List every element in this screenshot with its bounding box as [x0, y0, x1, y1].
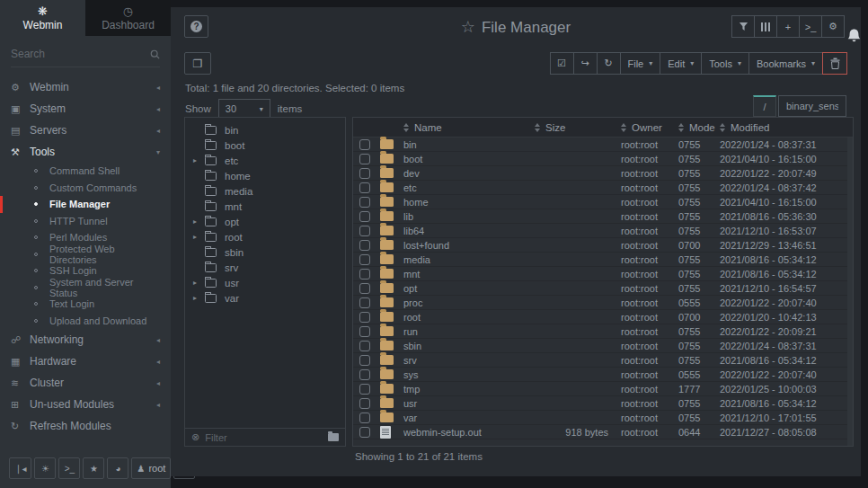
- column-header-mode[interactable]: Mode: [678, 122, 720, 133]
- night-mode-button[interactable]: ☀: [34, 457, 56, 479]
- row-checkbox[interactable]: [359, 269, 370, 279]
- cell-name[interactable]: usr: [403, 398, 531, 409]
- table-row-lib64[interactable]: lib64root:root07552021/12/10 - 16:53:07: [353, 224, 853, 238]
- terminal-button[interactable]: >_: [799, 15, 822, 38]
- row-checkbox[interactable]: [359, 326, 370, 337]
- table-row-run[interactable]: runroot:root07552022/01/22 - 20:09:21: [353, 324, 853, 339]
- table-row-home[interactable]: homeroot:root07552021/04/10 - 16:15:00: [353, 195, 853, 209]
- tab-webmin[interactable]: ❋ Webmin: [0, 0, 85, 36]
- cell-name[interactable]: mnt: [403, 269, 531, 279]
- menu-file-button[interactable]: File▾: [620, 52, 661, 75]
- table-row-mnt[interactable]: mntroot:root07552021/08/16 - 05:34:12: [353, 267, 853, 281]
- table-row-var[interactable]: varroot:root07552021/12/10 - 17:01:55: [353, 411, 853, 425]
- row-checkbox[interactable]: [359, 254, 370, 265]
- cell-name[interactable]: root: [403, 312, 531, 323]
- folder-select-icon[interactable]: [328, 433, 339, 441]
- table-row-bin[interactable]: binroot:root07552022/01/24 - 08:37:31: [353, 138, 853, 152]
- table-row-sys[interactable]: sysroot:root05552022/01/22 - 20:07:40: [353, 368, 853, 382]
- row-checkbox[interactable]: [359, 226, 370, 236]
- table-row-etc[interactable]: etcroot:root07552022/01/24 - 08:37:42: [353, 181, 853, 195]
- table-row-lib[interactable]: libroot:root07552021/08/16 - 05:36:30: [353, 209, 853, 224]
- trash-button[interactable]: [822, 52, 847, 75]
- favorites-button[interactable]: ★: [83, 457, 104, 479]
- table-row-dev[interactable]: devroot:root07552022/01/22 - 20:07:49: [353, 166, 853, 181]
- tree-item-media[interactable]: media: [185, 183, 345, 199]
- add-button[interactable]: +: [776, 15, 800, 38]
- filter-button[interactable]: [731, 15, 755, 38]
- tree-item-home[interactable]: home: [185, 168, 345, 183]
- row-checkbox[interactable]: [359, 297, 370, 308]
- table-row-webmin-setup-out[interactable]: webmin-setup.out918 bytesroot:root064420…: [353, 425, 853, 439]
- cell-name[interactable]: proc: [403, 297, 531, 308]
- column-header-modified[interactable]: Modified: [720, 122, 853, 133]
- cell-name[interactable]: etc: [403, 182, 531, 193]
- cell-name[interactable]: lib: [403, 211, 531, 222]
- select-view-button[interactable]: ❐: [184, 52, 211, 75]
- table-row-lost-found[interactable]: lost+foundroot:root07002021/12/29 - 13:4…: [353, 238, 853, 253]
- expander-icon[interactable]: ▸: [193, 279, 205, 287]
- row-checkbox[interactable]: [359, 240, 370, 251]
- tree-item-usr[interactable]: ▸usr: [185, 275, 345, 290]
- sidebar-subitem-custom-commands[interactable]: Custom Commands: [0, 180, 171, 197]
- cell-name[interactable]: sys: [403, 369, 531, 380]
- sidebar-subitem-command-shell[interactable]: Command Shell: [0, 163, 171, 180]
- expander-icon[interactable]: ▸: [193, 156, 205, 164]
- sidebar-item-networking[interactable]: ☍Networking◂: [0, 329, 171, 350]
- sidebar-subitem-upload-and-download[interactable]: Upload and Download: [0, 313, 171, 330]
- row-checkbox[interactable]: [359, 427, 370, 438]
- cell-name[interactable]: run: [403, 326, 531, 337]
- menu-tools-button[interactable]: Tools▾: [701, 52, 749, 75]
- row-checkbox[interactable]: [359, 413, 370, 423]
- tree-item-root[interactable]: ▸root: [185, 229, 345, 244]
- sidebar-item-tools[interactable]: ⚒Tools▾: [0, 141, 171, 163]
- sidebar-item-servers[interactable]: ▤Servers◂: [0, 120, 171, 141]
- row-checkbox[interactable]: [359, 384, 370, 395]
- table-scrollbar[interactable]: [847, 138, 853, 446]
- cell-name[interactable]: home: [403, 197, 531, 208]
- sidebar-subitem-file-manager[interactable]: File Manager: [0, 196, 171, 213]
- sidebar-subitem-text-login[interactable]: Text Login: [0, 296, 171, 313]
- table-row-media[interactable]: mediaroot:root07552021/08/16 - 05:34:12: [353, 253, 853, 267]
- collapse-sidebar-button[interactable]: ❘◂: [9, 457, 31, 479]
- cell-name[interactable]: lost+found: [403, 240, 531, 251]
- cell-name[interactable]: opt: [403, 283, 531, 294]
- tree-item-sbin[interactable]: sbin: [185, 244, 345, 260]
- cell-name[interactable]: media: [403, 254, 531, 265]
- sidebar-subitem-protected-web-directories[interactable]: Protected Web Directories: [0, 246, 171, 263]
- shell-button[interactable]: >_: [58, 457, 80, 479]
- search-input[interactable]: [11, 48, 150, 60]
- columns-button[interactable]: [754, 15, 777, 38]
- row-checkbox[interactable]: [359, 154, 370, 164]
- favorite-star-icon[interactable]: ☆: [461, 18, 475, 36]
- table-row-root[interactable]: rootroot:root07002022/01/20 - 10:42:13: [353, 310, 853, 324]
- row-checkbox[interactable]: [359, 211, 370, 222]
- table-row-tmp[interactable]: tmproot:root17772022/01/25 - 10:00:03: [353, 382, 853, 396]
- expander-icon[interactable]: ▸: [193, 217, 205, 226]
- sidebar-subitem-http-tunnel[interactable]: HTTP Tunnel: [0, 213, 171, 230]
- tree-item-etc[interactable]: ▸etc: [185, 153, 345, 168]
- menu-edit-button[interactable]: Edit▾: [660, 52, 702, 75]
- share-button[interactable]: ↪: [573, 52, 598, 75]
- table-row-boot[interactable]: bootroot:root07552021/04/10 - 16:15:00: [353, 152, 853, 166]
- tree-filter-input[interactable]: [205, 432, 323, 443]
- row-checkbox[interactable]: [359, 355, 370, 366]
- row-checkbox[interactable]: [359, 341, 370, 351]
- tree-item-mnt[interactable]: mnt: [185, 199, 345, 214]
- tree-item-bin[interactable]: bin: [185, 122, 345, 138]
- table-row-usr[interactable]: usrroot:root07552021/08/16 - 05:34:12: [353, 396, 853, 411]
- table-row-sbin[interactable]: sbinroot:root07552022/01/24 - 08:37:31: [353, 339, 853, 353]
- show-count-select[interactable]: 30 ▾: [218, 99, 270, 119]
- table-row-srv[interactable]: srvroot:root07552021/08/16 - 05:34:12: [353, 353, 853, 368]
- column-header-size[interactable]: Size: [531, 122, 621, 133]
- cell-name[interactable]: bin: [403, 139, 531, 150]
- sidebar-item-cluster[interactable]: ≋Cluster◂: [0, 372, 171, 394]
- select-all-button[interactable]: ☑: [550, 52, 574, 75]
- clear-filter-icon[interactable]: ⊗: [191, 431, 199, 443]
- row-checkbox[interactable]: [359, 197, 370, 208]
- column-header-owner[interactable]: Owner: [621, 122, 678, 133]
- tree-item-var[interactable]: ▸var: [185, 290, 345, 306]
- row-checkbox[interactable]: [359, 398, 370, 409]
- sidebar-item-un-used-modules[interactable]: ⊞Un-used Modules◂: [0, 394, 171, 415]
- path-input[interactable]: [778, 95, 846, 117]
- tree-item-boot[interactable]: boot: [185, 138, 345, 153]
